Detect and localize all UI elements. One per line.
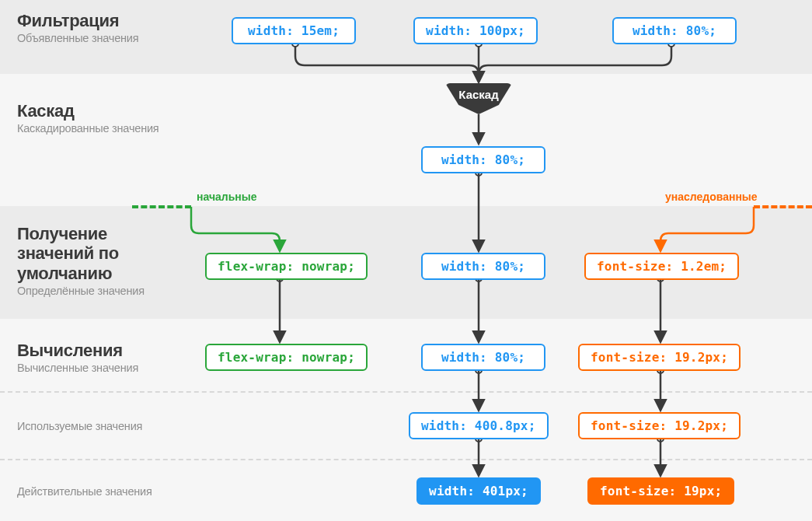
row-cascade-label: Каскад Каскадированные значения — [17, 101, 159, 135]
tag-inherited: унаследованные — [665, 191, 758, 203]
row-actual-sub: Действительные значения — [17, 485, 152, 498]
box-used-mid: width: 400.8px; — [409, 412, 549, 439]
row-cascade-title: Каскад — [17, 101, 159, 121]
row-filter-label: Фильтрация Объявленные значения — [17, 11, 138, 44]
row-cascade-band — [0, 74, 812, 206]
row-cascade-sub: Каскадированные значения — [17, 122, 159, 135]
box-default-mid: width: 80%; — [421, 253, 545, 280]
row-default-label: Получение значений по умолчанию Определё… — [17, 224, 173, 297]
box-actual-right: font-size: 19px; — [587, 477, 734, 505]
row-filter-title: Фильтрация — [17, 11, 138, 30]
box-cascade-mid: width: 80%; — [421, 146, 545, 173]
row-compute-title: Вычисления — [17, 341, 138, 360]
tag-initial: начальные — [197, 191, 257, 203]
row-compute-label: Вычисления Вычисленные значения — [17, 341, 138, 374]
diagram-stage: Фильтрация Объявленные значения Каскад К… — [0, 0, 812, 521]
row-filter-sub: Объявленные значения — [17, 32, 138, 44]
divider-used — [0, 391, 812, 393]
box-actual-mid: width: 401px; — [416, 477, 541, 505]
row-compute-sub: Вычисленные значения — [17, 362, 138, 374]
box-compute-left: flex-wrap: nowrap; — [205, 344, 368, 371]
row-used-sub: Используемые значения — [17, 420, 142, 432]
box-default-left: flex-wrap: nowrap; — [205, 253, 368, 280]
divider-actual — [0, 459, 812, 460]
box-default-right: font-size: 1.2em; — [584, 253, 739, 280]
initial-dash-left — [132, 205, 191, 212]
box-filter-c: width: 80%; — [612, 17, 737, 44]
row-default-title: Получение значений по умолчанию — [17, 224, 173, 283]
box-compute-mid: width: 80%; — [421, 344, 545, 371]
box-compute-right: font-size: 19.2px; — [578, 344, 741, 371]
box-used-right: font-size: 19.2px; — [578, 412, 741, 439]
box-filter-b: width: 100px; — [413, 17, 538, 44]
row-used-label: Используемые значения — [17, 418, 142, 432]
row-actual-label: Действительные значения — [17, 484, 152, 498]
inherited-dash-right — [754, 205, 812, 212]
row-default-sub: Определённые значения — [17, 285, 173, 297]
box-filter-a: width: 15em; — [232, 17, 356, 44]
